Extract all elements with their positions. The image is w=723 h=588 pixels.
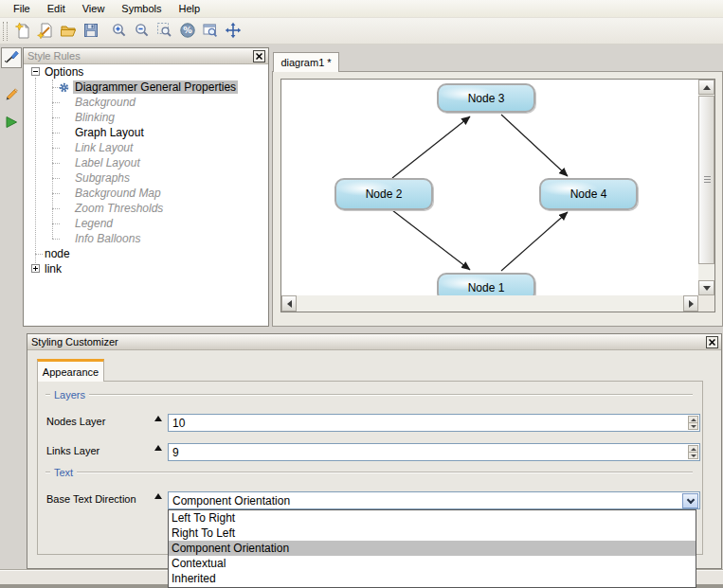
links-layer-spinner[interactable]	[168, 443, 700, 461]
preview-window-icon	[202, 22, 219, 41]
diagram-node-2[interactable]: Node 2	[334, 178, 433, 210]
zoom-out-icon	[134, 22, 151, 41]
scroll-up-button[interactable]	[698, 80, 714, 95]
sort-triangle-icon	[154, 445, 162, 451]
layers-group-label: Layers	[54, 389, 85, 401]
text-group-header: Text	[45, 466, 693, 478]
style-wizard-button[interactable]	[34, 20, 57, 43]
tree-item-zoom-thresholds[interactable]: Zoom Thresholds	[24, 201, 268, 216]
base-text-direction-combobox[interactable]: Component Orientation	[168, 491, 700, 509]
dropdown-option-left-to-right[interactable]: Left To Right	[169, 510, 696, 526]
tree-item-background-map[interactable]: Background Map	[24, 186, 268, 201]
tab-appearance[interactable]: Appearance	[37, 359, 104, 382]
close-icon	[256, 53, 262, 60]
styling-customizer-titlebar[interactable]: Styling Customizer	[27, 334, 721, 350]
toolbar-grip[interactable]	[3, 22, 8, 41]
vertical-scrollbar[interactable]	[698, 80, 714, 295]
tree-item-diagrammer-general-properties[interactable]: Diagrammer General Properties	[24, 80, 268, 95]
zoom-in-button[interactable]	[108, 20, 131, 43]
wizard-icon	[37, 22, 54, 41]
tree-item-label-layout[interactable]: Label Layout	[24, 155, 268, 170]
zoom-percent-icon: %	[179, 22, 196, 41]
menu-file[interactable]: File	[5, 1, 39, 17]
run-button[interactable]	[1, 113, 22, 134]
tree-item-node[interactable]: node	[24, 246, 268, 261]
dropdown-option-right-to-left[interactable]: Right To Left	[169, 526, 696, 541]
svg-text:%: %	[183, 25, 192, 35]
new-file-icon	[14, 22, 31, 41]
expand-icon[interactable]	[31, 264, 40, 273]
diagram-node-3[interactable]: Node 3	[437, 83, 535, 113]
nodes-layer-spinner[interactable]	[168, 414, 700, 432]
vertical-scrollbar-thumb[interactable]	[698, 96, 714, 264]
tree-item-link-layout[interactable]: Link Layout	[24, 140, 268, 155]
spin-down-button[interactable]	[688, 422, 698, 430]
zoom-out-button[interactable]	[131, 20, 154, 43]
preview-button[interactable]	[199, 20, 222, 43]
combobox-dropdown-button[interactable]	[682, 493, 698, 508]
zoom-in-icon	[111, 22, 128, 41]
play-icon	[4, 115, 19, 132]
menu-help[interactable]: Help	[171, 1, 209, 17]
spinner-buttons	[688, 416, 698, 430]
zoom-to-fit-button[interactable]	[154, 20, 176, 43]
sort-triangle-icon	[154, 493, 162, 499]
horizontal-scrollbar[interactable]	[281, 295, 698, 312]
styling-customizer-title: Styling Customizer	[31, 336, 706, 347]
diagram-tab-label: diagram1 *	[280, 57, 331, 68]
scroll-down-button[interactable]	[698, 280, 714, 295]
nodes-layer-input[interactable]	[169, 415, 699, 431]
menu-symbols[interactable]: Symbols	[113, 1, 170, 17]
collapse-icon[interactable]	[31, 67, 40, 76]
tree-item-link[interactable]: link	[24, 261, 268, 276]
style-rules-panel: Style Rules Options Diagrammer General P…	[23, 47, 269, 327]
new-diagram-button[interactable]	[11, 20, 34, 43]
tree-item-blinking[interactable]: Blinking	[24, 110, 268, 125]
tree-item-subgraphs[interactable]: Subgraphs	[24, 170, 268, 186]
tree-item-options[interactable]: Options	[24, 64, 268, 80]
base-text-direction-dropdown-list: Left To Right Right To Left Component Or…	[168, 509, 696, 588]
zoom-percent-button[interactable]: %	[176, 20, 199, 43]
dropdown-option-component-orientation[interactable]: Component Orientation	[169, 541, 696, 556]
zoom-to-fit-icon	[156, 22, 173, 41]
tree-item-legend[interactable]: Legend	[24, 216, 268, 231]
edit-pencil-button[interactable]	[1, 83, 22, 104]
links-layer-input[interactable]	[169, 444, 699, 460]
scroll-right-button[interactable]	[683, 295, 698, 312]
tree-item-info-balloons[interactable]: Info Balloons	[24, 231, 268, 246]
tree-item-background[interactable]: Background	[24, 95, 268, 110]
diagram-panel: diagram1 *	[272, 52, 723, 327]
diagram-canvas[interactable]: Node 3 Node 2 Node 4 Node 1	[281, 80, 698, 295]
diagram-node-1[interactable]: Node 1	[437, 273, 535, 295]
save-icon	[82, 22, 99, 41]
text-group-label: Text	[54, 467, 73, 478]
dropdown-option-contextual[interactable]: Contextual	[169, 556, 696, 571]
open-folder-icon	[60, 22, 77, 41]
styling-customizer-close-button[interactable]	[706, 336, 718, 348]
edge-node2-node3	[392, 116, 470, 178]
diagram-content: Node 3 Node 2 Node 4 Node 1	[272, 71, 723, 327]
edge-node1-node4	[501, 212, 568, 271]
style-rules-tree: Options Diagrammer General Properties Ba…	[24, 64, 268, 326]
open-button[interactable]	[57, 20, 80, 43]
save-button[interactable]	[80, 20, 102, 43]
style-rules-close-button[interactable]	[253, 50, 265, 62]
menu-view[interactable]: View	[74, 1, 114, 17]
sort-triangle-icon	[154, 416, 162, 421]
arrow-up-icon	[691, 448, 696, 451]
styling-brush-button[interactable]	[1, 47, 22, 68]
diagram-node-4[interactable]: Node 4	[539, 178, 638, 210]
side-toolbar	[0, 45, 23, 569]
scroll-left-button[interactable]	[281, 295, 297, 312]
tab-diagram1[interactable]: diagram1 *	[273, 52, 339, 72]
dropdown-option-inherited[interactable]: Inherited	[169, 571, 696, 586]
edge-node3-node4	[501, 115, 568, 176]
menu-edit[interactable]: Edit	[39, 1, 74, 17]
style-rules-titlebar[interactable]: Style Rules	[24, 48, 268, 64]
pan-button[interactable]	[222, 20, 244, 43]
spin-down-button[interactable]	[688, 452, 698, 459]
arrow-down-icon	[691, 454, 696, 457]
pan-icon	[225, 22, 242, 41]
combobox-value: Component Orientation	[172, 494, 290, 508]
tree-item-graph-layout[interactable]: Graph Layout	[24, 125, 268, 140]
